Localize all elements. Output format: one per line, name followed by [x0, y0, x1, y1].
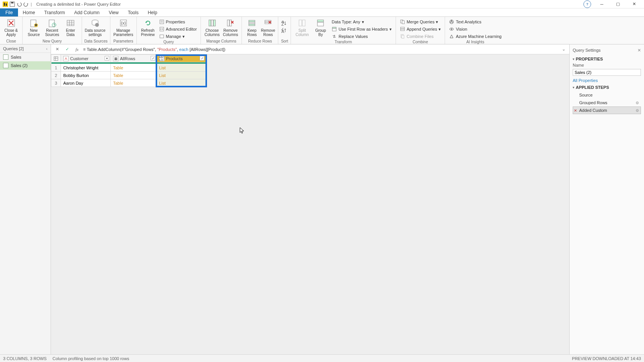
replace-values-button[interactable]: Replace Values — [330, 33, 393, 40]
vision-icon — [449, 26, 454, 32]
query-name-input[interactable] — [573, 69, 641, 76]
combine-files-button: Combine Files — [398, 33, 443, 40]
svg-rect-42 — [317, 22, 324, 26]
manage-parameters-button[interactable]: {x}Manage Parameters — [113, 18, 134, 37]
vision-button[interactable]: Vision — [447, 26, 503, 33]
remove-columns-icon — [226, 18, 235, 28]
step-source[interactable]: Source — [573, 91, 641, 99]
data-type-button[interactable]: Data Type: Any ▾ — [330, 18, 393, 25]
advanced-editor-button[interactable]: Advanced Editor — [158, 26, 199, 33]
cancel-formula-icon[interactable]: ✕ — [53, 46, 61, 53]
filter-icon[interactable]: ▾ — [105, 56, 109, 61]
remove-rows-icon — [263, 18, 273, 28]
corner-cell[interactable] — [51, 55, 61, 62]
step-added-custom[interactable]: ✕Added Custom⚙ — [573, 106, 641, 114]
formula-input[interactable]: = Table.AddColumn(#"Grouped Rows", "Prod… — [83, 47, 558, 52]
undo-icon[interactable] — [16, 1, 22, 7]
sort-desc-button[interactable]: ZA — [281, 27, 288, 34]
append-icon — [400, 26, 405, 32]
tab-view[interactable]: View — [104, 8, 123, 16]
column-header-allrows[interactable]: ▦AllRows⤢ — [111, 55, 157, 62]
data-source-settings-button[interactable]: Data source settings — [84, 18, 106, 37]
query-item-sales[interactable]: Sales — [0, 53, 51, 61]
svg-rect-28 — [227, 20, 229, 26]
group-by-button[interactable]: Group By — [312, 18, 329, 37]
table-row[interactable]: 2 Bobby Burton Table List — [51, 72, 206, 79]
gear-icon[interactable]: ⚙ — [636, 101, 639, 105]
svg-rect-11 — [67, 20, 74, 26]
first-row-headers-button[interactable]: Use First Row as Headers ▾ — [330, 26, 393, 33]
svg-rect-0 — [3, 2, 8, 7]
headers-icon — [332, 26, 337, 32]
expand-icon[interactable]: ⤢ — [200, 56, 204, 61]
new-source-button[interactable]: ★New Source — [25, 18, 43, 37]
table-row[interactable]: 1 Christopher Wright Table List — [51, 64, 206, 72]
enter-data-button[interactable]: Enter Data — [62, 18, 79, 37]
azure-ml-button[interactable]: Azure Machine Learning — [447, 33, 503, 40]
tab-add-column[interactable]: Add Column — [70, 8, 104, 16]
svg-rect-2 — [6, 3, 7, 6]
ribbon-group-reduce-rows: Keep Rows Remove Rows Reduce Rows — [242, 17, 278, 44]
remove-rows-button[interactable]: Remove Rows — [260, 18, 276, 37]
ribbon-group-new-query: ★New Source Recent Sources Enter Data Ne… — [23, 17, 82, 44]
save-icon[interactable] — [9, 1, 15, 7]
maximize-button[interactable]: ▢ — [610, 0, 626, 8]
tab-transform[interactable]: Transform — [39, 8, 69, 16]
main-area: Queries [2] ‹ Sales Sales (2) ✕ ✓ fx = T… — [0, 44, 644, 354]
tab-home[interactable]: Home — [18, 8, 39, 16]
delete-step-icon[interactable]: ✕ — [574, 108, 577, 113]
table-row[interactable]: 3 Aaron Day Table List — [51, 79, 206, 87]
svg-rect-30 — [249, 20, 255, 22]
merge-queries-button[interactable]: Merge Queries ▾ — [398, 18, 443, 25]
app-icon — [2, 1, 8, 7]
manage-parameters-icon: {x} — [119, 18, 128, 28]
svg-rect-48 — [401, 29, 404, 31]
remove-columns-button[interactable]: Remove Columns — [222, 18, 239, 37]
data-grid[interactable]: ACustomer▾ ▦AllRows⤢ ABC123Products⤢ 1 C… — [51, 54, 206, 87]
table-icon — [3, 63, 8, 68]
sort-asc-button[interactable]: AZ — [281, 20, 288, 27]
tab-help[interactable]: Help — [143, 8, 162, 16]
svg-text:A: A — [281, 29, 284, 33]
help-button[interactable]: ? — [583, 0, 591, 8]
step-grouped-rows[interactable]: Grouped Rows⚙ — [573, 99, 641, 106]
applied-steps-header[interactable]: APPLIED STEPS — [573, 85, 641, 90]
all-properties-link[interactable]: All Properties — [573, 78, 598, 83]
recent-sources-button[interactable]: Recent Sources — [43, 18, 61, 37]
fx-icon[interactable]: fx — [73, 46, 81, 53]
properties-section-header[interactable]: PROPERTIES — [573, 57, 641, 61]
text-analytics-button[interactable]: AText Analytics — [447, 18, 503, 25]
tab-tools[interactable]: Tools — [123, 8, 143, 16]
close-button[interactable]: ✕ — [626, 0, 642, 8]
minimize-button[interactable]: ─ — [594, 0, 610, 8]
close-settings-icon[interactable]: ✕ — [637, 48, 641, 53]
svg-rect-39 — [299, 20, 302, 26]
column-header-customer[interactable]: ACustomer▾ — [61, 55, 111, 62]
query-item-sales-2[interactable]: Sales (2) — [0, 61, 51, 70]
expand-icon[interactable]: ⤢ — [151, 56, 155, 61]
status-preview-time: PREVIEW DOWNLOADED AT 14:43 — [572, 356, 641, 361]
svg-rect-1 — [4, 3, 5, 6]
expand-formula-icon[interactable]: ⌄ — [560, 47, 567, 52]
keep-rows-button[interactable]: Keep Rows — [244, 18, 260, 37]
window-title: Creating a delimited list - Power Query … — [36, 2, 121, 7]
append-queries-button[interactable]: Append Queries ▾ — [398, 26, 443, 33]
ribbon-group-ai-insights: AText Analytics Vision Azure Machine Lea… — [445, 17, 505, 44]
table-type-icon: ▦ — [113, 56, 118, 61]
status-profiling: Column profiling based on top 1000 rows — [53, 356, 129, 361]
svg-text:{x}: {x} — [121, 21, 126, 25]
manage-button[interactable]: Manage ▾ — [158, 33, 199, 40]
collapse-queries-icon[interactable]: ‹ — [46, 46, 48, 51]
advanced-editor-icon — [159, 26, 164, 32]
gear-icon[interactable]: ⚙ — [636, 108, 639, 113]
manage-icon — [159, 34, 164, 39]
close-apply-button[interactable]: Close & Apply — [2, 18, 20, 37]
redo-icon[interactable] — [23, 1, 29, 7]
column-header-products[interactable]: ABC123Products⤢ — [157, 55, 206, 62]
properties-button[interactable]: Properties — [158, 18, 199, 25]
refresh-preview-button[interactable]: Refresh Preview — [139, 18, 157, 37]
accept-formula-icon[interactable]: ✓ — [63, 46, 71, 53]
choose-columns-button[interactable]: Choose Columns — [203, 18, 221, 37]
tab-file[interactable]: File — [0, 8, 18, 16]
quick-access-toolbar: | — [2, 1, 33, 7]
